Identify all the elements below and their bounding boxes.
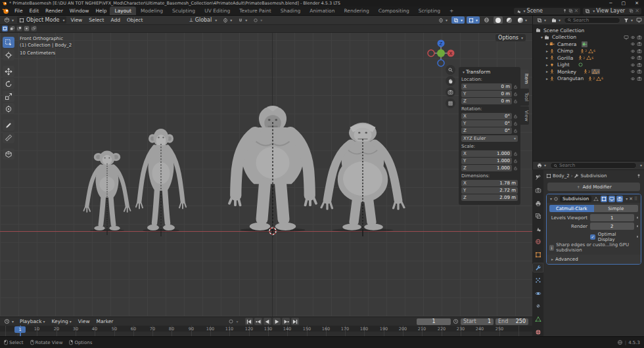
disable-render-icon[interactable]	[637, 55, 642, 60]
remove-view-layer-icon[interactable]: ✕	[635, 8, 639, 14]
close-button[interactable]: ✕	[635, 1, 639, 6]
menu-view[interactable]: View	[68, 17, 85, 23]
outliner-row-gorilla[interactable]: ▸ Gorilla 2 6	[533, 54, 644, 62]
gizmo-axis-z-neg[interactable]	[438, 60, 444, 66]
outliner-row-scene-collection[interactable]: Scene Collection	[533, 27, 644, 34]
lock-icon[interactable]	[513, 159, 518, 163]
disable-render-icon[interactable]	[637, 41, 642, 47]
play-button[interactable]	[273, 318, 281, 325]
lock-icon[interactable]	[513, 152, 518, 156]
modifier-on-cage-toggle[interactable]	[593, 196, 599, 202]
select-mode-extend[interactable]	[9, 26, 15, 32]
tab-tool[interactable]	[533, 173, 543, 182]
menu-select[interactable]: Select	[86, 17, 106, 23]
lock-icon[interactable]	[513, 114, 518, 119]
lock-icon[interactable]	[513, 99, 518, 104]
prev-keyframe-button[interactable]	[254, 318, 262, 325]
viewport-options-button[interactable]: Options▾	[495, 34, 526, 41]
minimize-button[interactable]: ─	[609, 1, 612, 6]
pan-button[interactable]	[446, 76, 455, 86]
menu-object[interactable]: Object	[124, 17, 145, 23]
shading-solid-button[interactable]	[494, 16, 503, 24]
blender-menu-icon[interactable]	[2, 7, 9, 14]
workspace-tab-animation[interactable]: Animation	[305, 7, 339, 15]
shading-material-button[interactable]	[505, 16, 514, 24]
workspace-tab-scripting[interactable]: Scripting	[414, 7, 445, 15]
hide-viewport-icon[interactable]	[630, 69, 635, 74]
light-data-icon[interactable]	[578, 62, 584, 68]
lock-icon[interactable]	[513, 121, 518, 126]
disable-render-icon[interactable]	[637, 76, 642, 81]
modifier-extras-icon[interactable]: ▾	[626, 197, 628, 201]
panel-collapse-icon[interactable]: ▾	[463, 70, 465, 74]
select-mode-intersect[interactable]	[31, 26, 37, 32]
camera-view-button[interactable]	[446, 87, 455, 97]
show-gizmo-toggle[interactable]: ▾	[436, 16, 449, 24]
auto-keyframe-toggle[interactable]: ▾	[226, 318, 240, 325]
next-keyframe-button[interactable]	[282, 318, 290, 325]
modifier-render-toggle[interactable]	[616, 196, 623, 202]
tool-move[interactable]	[3, 66, 14, 77]
menu-keying[interactable]: Keying▾	[49, 318, 74, 324]
timeline-track[interactable]	[0, 332, 532, 336]
select-mode-invert[interactable]	[24, 26, 30, 32]
model-chimp[interactable]	[128, 126, 194, 236]
modifier-realtime-toggle[interactable]	[609, 196, 615, 202]
lock-icon[interactable]	[513, 85, 518, 89]
dimensions-z-field[interactable]: Z2.09 m	[461, 194, 518, 201]
animate-dot[interactable]	[637, 217, 639, 219]
lock-icon[interactable]	[513, 92, 518, 97]
modifier-drag-handle[interactable]: ⠿	[634, 196, 638, 202]
rotation-y-field[interactable]: Y0°	[461, 120, 512, 127]
use-preview-range-icon[interactable]	[453, 318, 459, 324]
unlink-scene-icon[interactable]: ✕	[574, 8, 579, 14]
expand-icon[interactable]: ▸	[546, 77, 548, 81]
npanel-tab-tool[interactable]: Tool	[520, 89, 529, 106]
scale-z-field[interactable]: Z1.000	[461, 165, 512, 171]
modifier-name-field[interactable]: Subdivision	[560, 196, 591, 202]
frame-end-field[interactable]: End250	[495, 318, 528, 325]
tool-add-cube[interactable]	[3, 148, 14, 160]
tab-scene[interactable]	[533, 225, 543, 233]
outliner-row-collection[interactable]: ▾ Collection	[533, 34, 644, 41]
add-workspace-button[interactable]: +	[445, 7, 458, 15]
gizmo-axis-x-neg[interactable]	[428, 50, 434, 56]
outliner-row-chimp[interactable]: ▸ Chimp 2 6	[533, 48, 644, 55]
tab-modifiers[interactable]	[533, 263, 543, 272]
timeline-editor-type-button[interactable]: ▾	[2, 318, 16, 325]
expand-icon[interactable]: ▸	[546, 70, 548, 74]
workspace-tab-shading[interactable]: Shading	[276, 7, 305, 15]
tab-object[interactable]	[533, 251, 543, 259]
disable-render-icon[interactable]	[637, 69, 642, 74]
optimal-display-checkbox[interactable]: ✓	[590, 234, 595, 240]
workspace-tab-uv-editing[interactable]: UV Editing	[200, 7, 235, 15]
tab-constraints[interactable]	[533, 302, 543, 311]
tool-select-box[interactable]	[3, 37, 14, 48]
workspace-tab-modeling[interactable]: Modeling	[136, 7, 168, 15]
model-orangutan[interactable]	[313, 120, 412, 236]
animate-dot[interactable]	[637, 236, 639, 238]
pin-icon[interactable]	[636, 173, 641, 179]
properties-options-icon[interactable]: ▾	[640, 163, 642, 167]
outliner-sync-icon[interactable]	[636, 17, 642, 23]
tool-transform[interactable]	[3, 103, 14, 114]
location-x-field[interactable]: X0 m	[461, 83, 512, 90]
hide-viewport-icon[interactable]	[630, 35, 635, 40]
workspace-tab-sculpting[interactable]: Sculpting	[168, 7, 200, 15]
modifier-edit-mode-toggle[interactable]	[601, 196, 607, 202]
menu-marker[interactable]: Marker	[94, 318, 116, 324]
snap-toggle[interactable]: ▾	[236, 16, 249, 24]
modifier-expand-icon[interactable]: ▾	[550, 197, 552, 201]
perspective-toggle-button[interactable]	[446, 98, 455, 108]
outliner-row-monkey[interactable]: ▸ Monkey 2 6	[533, 68, 644, 76]
model-gorilla[interactable]	[223, 104, 322, 237]
tab-render[interactable]	[533, 186, 543, 195]
outliner-display-mode[interactable]: ▾	[549, 16, 563, 24]
new-scene-icon[interactable]	[568, 9, 573, 13]
location-z-field[interactable]: Z0 m	[461, 98, 512, 104]
playhead-frame-badge[interactable]: 1	[14, 326, 26, 333]
menu-window[interactable]: Window	[66, 7, 93, 15]
mode-selector[interactable]: Object Mode▾	[17, 16, 66, 24]
xray-toggle[interactable]: ▾	[467, 16, 480, 24]
jump-to-end-button[interactable]	[291, 318, 299, 325]
